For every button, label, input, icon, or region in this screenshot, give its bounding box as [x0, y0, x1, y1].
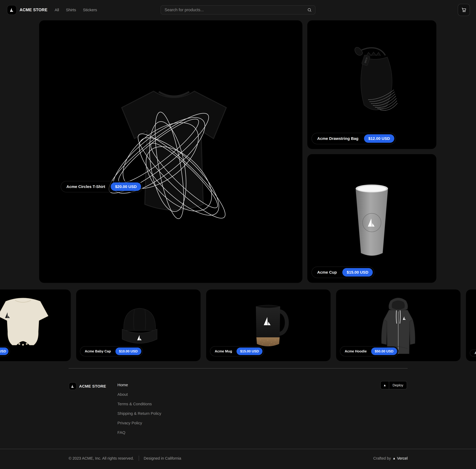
vercel-wordmark[interactable]: Vercel [397, 456, 408, 461]
baby-cap-image [115, 297, 165, 354]
footer-link-privacy[interactable]: Privacy Policy [118, 421, 142, 425]
cart-icon [461, 7, 467, 13]
footer-link-faq[interactable]: FAQ [118, 430, 125, 435]
product-name: Acme Drawstring Bag [317, 136, 358, 141]
product-price-badge: $20.00 USD [111, 183, 141, 191]
list-item: Home [118, 383, 161, 387]
search-input[interactable] [161, 8, 307, 12]
tshirt-image [83, 57, 265, 249]
product-label-partial: Ac [470, 350, 476, 356]
product-label: Acme Drawstring Bag $12.00 USD [311, 133, 396, 144]
bottombar-separator [139, 456, 139, 461]
copyright-text: © 2023 ACME, Inc. All rights reserved. [69, 456, 134, 461]
nav-link-shirts[interactable]: Shirts [66, 8, 76, 12]
footer-link-shipping[interactable]: Shipping & Return Policy [118, 411, 161, 416]
footer-link-about[interactable]: About [118, 392, 128, 397]
drawstring-bag-image: ACME [342, 43, 405, 125]
vercel-triangle-icon: ▲ [392, 456, 396, 460]
footer-top-divider [69, 368, 408, 368]
product-name: Acme Circles T-Shirt [66, 184, 105, 189]
list-item: FAQ [118, 430, 161, 435]
bottom-bar: © 2023 ACME, Inc. All rights reserved. D… [69, 454, 408, 463]
product-price-badge: $50.00 USD [371, 348, 397, 355]
crafted-by: Crafted by ▲ Vercel [373, 456, 408, 461]
brand-title[interactable]: ACME STORE [19, 8, 48, 12]
product-price-badge: $10.00 USD [116, 348, 141, 355]
nav-link-all[interactable]: All [55, 8, 59, 12]
acme-triangle-icon [71, 385, 74, 388]
product-tile-mug[interactable]: Acme Mug $15.00 USD [206, 289, 331, 361]
product-name: Acme Cup [317, 270, 337, 275]
product-carousel[interactable]: USD Acme Baby Cap $10.00 USD [0, 289, 476, 361]
product-label: Acme Hoodie $50.00 USD [340, 346, 399, 356]
product-tile-onesie-partial[interactable]: USD [0, 289, 71, 361]
footer-links: Home About Terms & Conditions Shipping &… [118, 383, 161, 440]
footer-brand[interactable]: ACME STORE [69, 383, 106, 390]
product-name: Acme Baby Cap [85, 349, 111, 353]
main-nav: All Shirts Stickers [51, 8, 101, 12]
product-price-badge-partial: USD [0, 348, 8, 355]
product-tile-baby-cap[interactable]: Acme Baby Cap $10.00 USD [76, 289, 201, 361]
acme-logo[interactable] [7, 5, 17, 15]
product-name: Acme Hoodie [345, 349, 367, 353]
cup-image [339, 179, 405, 264]
vercel-triangle-icon: ▲ [381, 381, 389, 389]
product-tile-cup[interactable]: Acme Cup $15.00 USD [307, 154, 436, 283]
product-tile-drawstring-bag[interactable]: ACME Acme Drawstring Bag $12.00 USD [307, 20, 436, 149]
acme-triangle-icon [10, 8, 14, 12]
footer-link-terms[interactable]: Terms & Conditions [118, 402, 152, 406]
list-item: About [118, 392, 161, 397]
product-tile-circles-tshirt[interactable]: Acme Circles T-Shirt $20.00 USD [39, 20, 302, 283]
footer-link-home[interactable]: Home [118, 383, 128, 387]
crafted-prefix: Crafted by [373, 456, 391, 461]
product-price-badge: $12.00 USD [364, 134, 394, 143]
footer-brand-title: ACME STORE [79, 384, 106, 388]
footer-acme-logo [69, 383, 76, 390]
product-label-partial: USD [0, 346, 10, 356]
product-tile-right-partial[interactable]: Ac [466, 289, 476, 361]
product-price-badge: $15.00 USD [237, 348, 262, 355]
list-item: Shipping & Return Policy [118, 411, 161, 416]
product-name: Acme Mug [215, 349, 232, 353]
product-label: Acme Mug $15.00 USD [210, 346, 264, 356]
product-label: Acme Baby Cap $10.00 USD [80, 346, 143, 356]
search-icon[interactable] [307, 8, 312, 12]
product-label: Acme Cup $15.00 USD [311, 267, 374, 278]
product-price-badge: $15.00 USD [342, 268, 373, 277]
list-item: Privacy Policy [118, 421, 161, 425]
product-name-partial: Ac [475, 351, 476, 355]
search-bar [161, 5, 315, 15]
header: ACME STORE All Shirts Stickers [0, 0, 476, 20]
product-tile-hoodie[interactable]: Acme Hoodie $50.00 USD [336, 289, 460, 361]
deploy-button-label: Deploy [389, 381, 407, 389]
product-label: Acme Circles T-Shirt $20.00 USD [61, 181, 143, 192]
list-item: Terms & Conditions [118, 402, 161, 406]
designed-text: Designed in California [144, 456, 181, 461]
bottombar-divider [0, 449, 476, 449]
cart-button[interactable] [458, 4, 470, 16]
nav-link-stickers[interactable]: Stickers [83, 8, 97, 12]
deploy-button[interactable]: ▲ Deploy [380, 381, 407, 389]
